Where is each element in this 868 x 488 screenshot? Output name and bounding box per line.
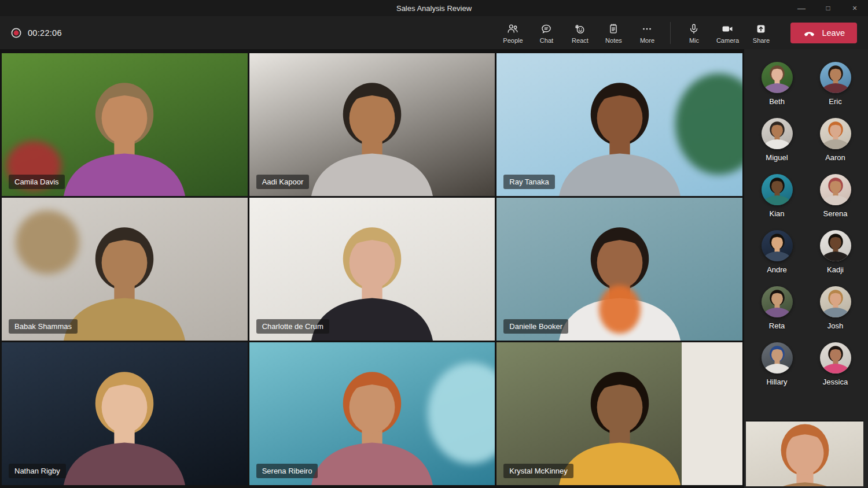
video-grid: Camila Davis Aadi Kapoor Ray Tanaka [0,49,744,488]
people-button[interactable]: People [496,21,529,44]
video-tile[interactable]: Krystal McKinney [496,342,742,485]
mic-label: Mic [689,37,699,44]
self-view[interactable] [746,420,863,486]
react-icon [573,23,586,35]
sidebar-participant[interactable]: Jessica [820,342,851,386]
notes-label: Notes [605,37,622,44]
more-button[interactable]: More [630,21,664,44]
participant-name-chip: Charlotte de Crum [256,319,329,334]
participant-avatar [762,286,793,317]
participant-name: Eric [829,97,841,106]
camera-icon [721,23,734,35]
sidebar-participant[interactable]: Serena [820,174,851,218]
sidebar-participant[interactable]: Andre [762,230,793,274]
participant-avatar [762,230,793,261]
video-tile[interactable]: Aadi Kapoor [249,53,495,196]
video-tile[interactable]: Nathan Rigby [2,342,248,485]
leave-button[interactable]: Leave [790,23,857,43]
react-label: React [572,37,589,44]
minimize-button[interactable]: — [788,0,815,16]
participant-name-chip: Krystal McKinney [503,464,573,478]
recording-timer: 00:22:06 [28,28,62,38]
person-figure [541,73,698,196]
sidebar-participant[interactable]: Kian [762,174,793,218]
participant-name: Aaron [825,153,845,162]
scene-accent [599,285,641,334]
person-figure [762,231,793,261]
participant-avatar [820,174,851,205]
participant-name-chip: Camila Davis [9,175,65,189]
person-figure [820,175,851,205]
person-figure [820,119,851,149]
sidebar-participant[interactable]: Aaron [820,118,851,162]
person-figure [820,63,851,93]
leave-label: Leave [822,28,845,38]
video-tile[interactable]: Babak Shammas [2,198,248,341]
more-icon [641,23,653,35]
chat-button[interactable]: Chat [529,21,563,44]
person-figure [46,363,203,485]
person-figure [762,119,793,149]
person-figure [820,231,851,261]
participants-sidebar: Beth Eric Miguel [744,49,868,488]
react-button[interactable]: React [563,21,597,44]
participant-avatar [820,118,851,149]
participant-avatar [762,174,793,205]
sidebar-participant[interactable]: Miguel [762,118,793,162]
recording-indicator: 00:22:06 [10,27,62,39]
sidebar-participant[interactable]: Josh [820,286,851,330]
video-tile[interactable]: Camila Davis [2,53,248,196]
person-figure [293,73,451,196]
share-label: Share [753,37,770,44]
chat-icon [540,23,553,35]
participant-name-chip: Ray Tanaka [503,175,554,189]
people-label: People [503,37,523,44]
participant-avatar [762,342,793,374]
people-icon [506,23,519,35]
toolbar-buttons: People Chat [496,21,868,44]
chat-label: Chat [540,37,553,44]
share-button[interactable]: Share [744,21,778,44]
meeting-stage: Camila Davis Aadi Kapoor Ray Tanaka [0,49,744,488]
participant-name: Josh [827,321,843,330]
participant-name: Kian [769,209,784,218]
participant-avatar [762,118,793,149]
notes-button[interactable]: Notes [597,21,630,44]
window-controls: — □ × [788,0,868,16]
notes-icon [607,23,620,35]
video-tile[interactable]: Ray Tanaka [496,53,742,196]
more-label: More [640,37,654,44]
participant-avatar [820,62,851,93]
record-icon [10,27,22,39]
close-button[interactable]: × [841,0,868,16]
record-dot [14,30,19,35]
participant-name: Kadji [827,265,844,274]
person-figure [762,63,793,93]
video-tile[interactable]: Charlotte de Crum [249,198,495,341]
sidebar-participant[interactable]: Reta [762,286,793,330]
video-tile[interactable]: Serena Ribeiro [249,342,495,485]
person-figure [46,73,203,196]
participant-name: Serena [823,209,848,218]
mic-button[interactable]: Mic [677,21,711,44]
participant-avatar [820,342,851,374]
sidebar-participant[interactable]: Beth [762,62,793,106]
maximize-button[interactable]: □ [815,0,841,16]
share-icon [755,23,767,35]
participant-avatar [820,286,851,317]
participants-panel: Beth Eric Miguel [744,49,868,386]
participant-name: Jessica [823,378,848,386]
participant-name: Hillary [766,378,787,386]
person-figure [820,343,851,374]
sidebar-participant[interactable]: Kadji [820,230,851,274]
toolbar-divider [670,22,671,44]
sidebar-participant[interactable]: Eric [820,62,851,106]
sidebar-participant[interactable]: Hillary [762,342,793,386]
person-figure [762,175,793,205]
camera-button[interactable]: Camera [711,21,744,44]
hang-up-icon [803,26,816,39]
video-tile[interactable]: Danielle Booker [496,198,742,341]
camera-label: Camera [716,37,739,44]
participant-name: Reta [769,321,785,330]
participant-avatar [820,230,851,261]
